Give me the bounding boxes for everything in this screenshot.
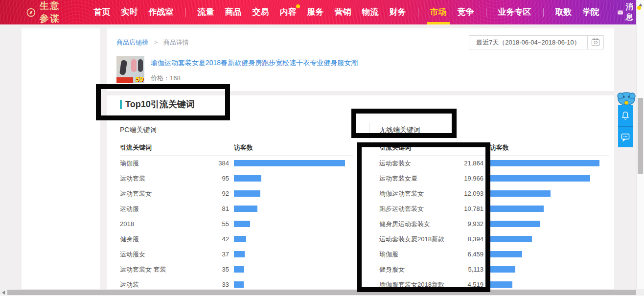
- feedback-chat-button[interactable]: [618, 126, 633, 147]
- visitors-bar: [490, 206, 609, 212]
- visitors-value: 12,093: [447, 190, 483, 197]
- calendar-icon: 15: [592, 39, 599, 46]
- visitors-bar: [234, 221, 353, 227]
- scroll-left-arrow-icon[interactable]: [2, 291, 5, 295]
- visitors-value: 19,966: [447, 175, 483, 182]
- top10-keywords-card: Top10引流关键词 PC端关键词 无线端关键词 引流关键词 访客数 瑜伽服38…: [107, 95, 614, 289]
- visitors-bar: [490, 221, 609, 227]
- nav-item-学院[interactable]: 学院: [583, 0, 599, 24]
- nav-item-流量[interactable]: 流量: [198, 0, 214, 24]
- table-row: 瑜伽服384: [120, 156, 353, 171]
- compass-logo-icon: [26, 6, 36, 19]
- nav-item-营销[interactable]: 营销: [335, 0, 351, 24]
- breadcrumb-link-rank[interactable]: 商品店铺榜: [116, 39, 148, 46]
- keyword-cell: 运动套装女: [379, 159, 447, 168]
- messages-button[interactable]: 消息: [618, 0, 636, 24]
- table-row: 运动套装女夏19,966: [379, 171, 609, 186]
- tab-wireless-keywords[interactable]: 无线端关键词: [379, 126, 420, 135]
- chat-bubble-icon: [621, 132, 630, 142]
- vertical-scrollbar[interactable]: [636, 0, 644, 289]
- side-toolbar: [618, 105, 633, 147]
- keyword-cell: 运动套装: [120, 174, 200, 183]
- vertical-scrollbar-thumb[interactable]: [638, 98, 643, 174]
- table-row: 瑜伽服6,459: [379, 247, 609, 262]
- table-row: 运动服81: [120, 201, 353, 216]
- elephant-icon: [616, 89, 637, 106]
- table-row: 跑步运动套装女10,781: [379, 201, 609, 216]
- nav-item-交易[interactable]: 交易: [253, 0, 269, 24]
- nav-item-竞争[interactable]: 竞争: [458, 0, 474, 24]
- keyword-cell: 瑜伽运动套装女: [379, 189, 447, 198]
- tab-pc-keywords[interactable]: PC端关键词: [120, 126, 157, 135]
- visitors-bar: [234, 251, 353, 257]
- keyword-cell: 瑜伽服: [120, 159, 200, 168]
- column-header-keyword: 引流关键词: [379, 144, 411, 151]
- nav-item-业务专区[interactable]: 业务专区: [498, 0, 531, 24]
- breadcrumb-current: 商品详情: [163, 39, 189, 46]
- table-row: 运动服女37: [120, 247, 353, 262]
- nav-divider: [486, 8, 486, 17]
- visitors-bar: [234, 206, 353, 212]
- nav-item-服务[interactable]: 服务: [307, 0, 324, 24]
- visitors-bar: [490, 160, 609, 166]
- visitors-value: 4,519: [447, 281, 483, 288]
- left-panel: [22, 28, 100, 289]
- horizontal-scrollbar-thumb[interactable]: [7, 290, 636, 295]
- visitors-value: 42: [200, 235, 229, 243]
- notification-dot: [637, 6, 641, 10]
- table-row: 瑜伽运动套装女12,093: [379, 186, 609, 201]
- visitors-value: 6,459: [447, 251, 483, 258]
- nav-item-实时[interactable]: 实时: [121, 0, 138, 24]
- column-header-visitors: 访客数: [234, 143, 253, 152]
- visitors-bar: [234, 175, 353, 182]
- nav-item-内容[interactable]: 内容: [280, 0, 297, 24]
- visitors-bar: [490, 190, 609, 197]
- price-badge: 59: [135, 75, 143, 83]
- screen: 生意参谋 首页实时作战室流量商品交易内容服务营销物流财务市场竞争业务专区取数学院…: [0, 0, 644, 298]
- keyword-cell: 瑜伽服套装女2018新款: [379, 280, 447, 289]
- visitors-bar: [490, 251, 609, 257]
- keyword-cell: 运动服: [120, 205, 200, 213]
- table-row: 健身房运动套装女9,932: [379, 216, 609, 231]
- table-row: 运动装33: [120, 277, 353, 289]
- visitors-value: 8,394: [447, 235, 483, 243]
- nav-item-市场[interactable]: 市场: [430, 0, 447, 24]
- calendar-button[interactable]: 15: [588, 35, 604, 49]
- alerts-button[interactable]: [618, 105, 633, 126]
- table-row: 运动套装女92: [120, 186, 353, 201]
- product-thumbnail[interactable]: 59: [116, 56, 144, 83]
- visitors-value: 81: [200, 205, 229, 212]
- keyword-cell: 运动套装女 套装: [120, 265, 200, 274]
- nav-item-取数[interactable]: 取数: [555, 0, 572, 24]
- table-row: 健身服42: [120, 231, 353, 247]
- app-logo[interactable]: 生意参谋: [26, 0, 68, 25]
- visitors-bar: [234, 160, 353, 166]
- nav-item-物流[interactable]: 物流: [362, 0, 379, 24]
- app-logo-text: 生意参谋: [40, 0, 68, 25]
- visitors-value: 55: [200, 220, 229, 228]
- visitors-bar: [234, 281, 353, 288]
- visitors-value: 33: [200, 281, 229, 288]
- nav-menu: 首页实时作战室流量商品交易内容服务营销物流财务市场竞争业务专区取数学院: [89, 0, 605, 24]
- horizontal-scrollbar[interactable]: [0, 289, 644, 296]
- visitors-value: 5,113: [447, 266, 483, 273]
- nav-item-财务[interactable]: 财务: [390, 0, 406, 24]
- section-accent-bar: [120, 100, 122, 109]
- visitors-bar: [234, 190, 353, 197]
- visitors-value: 384: [200, 160, 229, 167]
- bottom-edge: [0, 296, 644, 298]
- nav-item-作战室[interactable]: 作战室: [149, 0, 174, 24]
- product-title-link[interactable]: 瑜伽运动套装女夏2018春新款健身房跑步宽松速干衣专业健身服女潮: [151, 59, 358, 68]
- visitors-bar: [490, 281, 609, 288]
- table-row: 运动套装女 套装35: [120, 262, 353, 277]
- nav-divider: [418, 8, 418, 17]
- breadcrumb-separator: >: [154, 39, 158, 46]
- nav-item-商品[interactable]: 商品: [225, 0, 242, 24]
- table-row: 运动套装95: [120, 171, 353, 186]
- visitors-value: 10,781: [447, 205, 483, 212]
- nav-item-首页[interactable]: 首页: [94, 0, 111, 24]
- date-range-button[interactable]: 最近7天（2018-06-04~2018-06-10）: [469, 35, 588, 49]
- table-row: 运动套装女夏2018新款8,394: [379, 231, 609, 247]
- visitors-value: 9,932: [447, 220, 483, 228]
- notification-dot: [296, 4, 300, 8]
